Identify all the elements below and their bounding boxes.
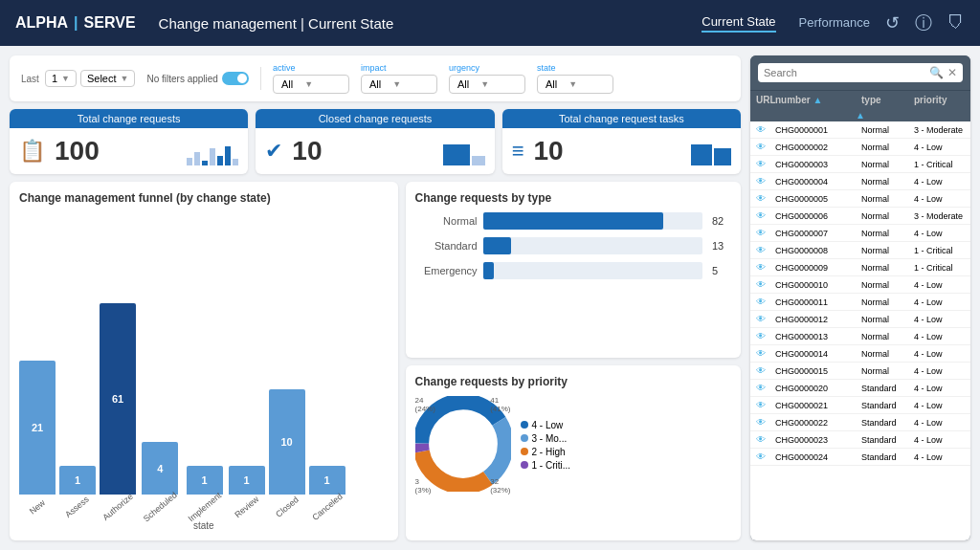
eye-icon[interactable]: 👁: [756, 124, 775, 135]
eye-icon[interactable]: 👁: [756, 451, 775, 462]
table-row: 👁 CHG0000004 Normal 4 - Low: [750, 173, 970, 190]
col-priority: priority: [914, 95, 970, 105]
row-number: CHG0000007: [775, 229, 861, 238]
eye-icon[interactable]: 👁: [756, 159, 775, 169]
eye-icon[interactable]: 👁: [756, 176, 775, 187]
metric-closed-requests-value: 10: [292, 136, 322, 166]
bar: [233, 159, 238, 165]
metric-total-requests: Total change requests 📋 100: [10, 109, 248, 174]
bar: [714, 148, 731, 165]
eye-icon[interactable]: 👁: [756, 417, 775, 428]
funnel-bar: 21: [19, 361, 56, 495]
eye-icon[interactable]: 👁: [756, 142, 775, 152]
row-type: Normal: [861, 280, 914, 290]
scroll-up-arrow[interactable]: ▲: [750, 109, 970, 121]
urgency-value: All: [457, 78, 469, 90]
search-box: 🔍 ✕: [758, 63, 963, 82]
metric-total-requests-header: Total change requests: [10, 109, 248, 128]
impact-select[interactable]: All ▼: [361, 75, 437, 94]
legend-dot-low: [521, 421, 528, 429]
eye-icon[interactable]: 👁: [756, 262, 775, 273]
filter-toggle[interactable]: [222, 72, 249, 85]
eye-icon[interactable]: 👁: [756, 383, 775, 393]
eye-icon[interactable]: 👁: [756, 228, 775, 238]
eye-icon[interactable]: 👁: [756, 434, 775, 445]
period-type-select[interactable]: Select ▼: [80, 70, 136, 87]
row-priority: 1 - Critical: [914, 246, 970, 255]
table-row: 👁 CHG0000021 Standard 4 - Low: [750, 397, 970, 414]
tab-current-state[interactable]: Current State: [702, 14, 775, 33]
funnel-bar-label: Closed: [274, 495, 301, 519]
table-row: 👁 CHG0000007 Normal 4 - Low: [750, 225, 970, 242]
table-row: 👁 CHG0000005 Normal 4 - Low: [750, 190, 970, 208]
bar: [210, 148, 215, 165]
row-number: CHG0000024: [775, 452, 861, 462]
state-filter: state All ▼: [537, 63, 613, 94]
tab-performance[interactable]: Performance: [799, 15, 870, 32]
row-type: Normal: [861, 194, 914, 204]
metric-closed-requests: Closed change requests ✔ 10: [256, 109, 494, 174]
by-type-title: Change requests by type: [415, 191, 731, 205]
row-number: CHG0000008: [775, 246, 861, 255]
row-priority: 4 - Low: [914, 315, 970, 324]
table-row: 👁 CHG0000003 Normal 1 - Critical: [750, 156, 970, 173]
label-tl: 24(24%): [415, 396, 435, 413]
table-row: 👁 CHG0000012 Normal 4 - Low: [750, 311, 970, 328]
table-row: 👁 CHG0000020 Standard 4 - Low: [750, 380, 970, 397]
row-priority: 4 - Low: [914, 384, 970, 393]
active-select[interactable]: All ▼: [273, 75, 349, 94]
bar: [187, 158, 192, 165]
impact-label: impact: [361, 63, 437, 73]
urgency-label: urgency: [449, 63, 525, 73]
row-number: CHG0000001: [775, 125, 861, 135]
urgency-select[interactable]: All ▼: [449, 75, 525, 94]
donut-wrapper: 24(24%) 41(41%): [415, 396, 511, 495]
row-number: CHG0000020: [775, 384, 861, 393]
bar: [225, 146, 231, 165]
eye-icon[interactable]: 👁: [756, 365, 775, 376]
row-number: CHG0000023: [775, 435, 861, 445]
eye-icon[interactable]: 👁: [756, 245, 775, 255]
eye-icon[interactable]: 👁: [756, 314, 775, 324]
main-content: Last 1 ▼ Select ▼ No filters applied act…: [0, 46, 980, 550]
no-filters-row: No filters applied: [146, 72, 248, 85]
eye-icon[interactable]: 👁: [756, 279, 775, 290]
row-number: CHG0000004: [775, 177, 861, 187]
bar: [443, 144, 470, 165]
row-number: CHG0000005: [775, 194, 861, 204]
row-type: Standard: [861, 435, 914, 445]
funnel-bar-label: Review: [233, 495, 260, 520]
period-value-select[interactable]: 1 ▼: [45, 70, 77, 87]
funnel-bar: 61: [100, 303, 136, 495]
close-icon[interactable]: ✕: [947, 66, 957, 79]
state-label: state: [537, 63, 613, 73]
eye-icon[interactable]: 👁: [756, 400, 775, 410]
filter-icon[interactable]: ⛉: [947, 13, 965, 33]
state-select[interactable]: All ▼: [537, 75, 613, 94]
row-number: CHG0000003: [775, 160, 861, 169]
metric-request-tasks-header: Total change request tasks: [502, 109, 741, 128]
funnel-chart-panel: Change management funnel (by change stat…: [10, 182, 398, 540]
eye-icon[interactable]: 👁: [756, 348, 775, 359]
donut-legend: 4 - Low 3 - Mo... 2 - High: [521, 420, 571, 471]
row-type: Normal: [861, 332, 914, 341]
table-row: 👁 CHG0000009 Normal 1 - Critical: [750, 259, 970, 276]
row-priority: 4 - Low: [914, 143, 970, 152]
refresh-icon[interactable]: ↺: [885, 12, 900, 33]
table-row: 👁 CHG0000011 Normal 4 - Low: [750, 294, 970, 311]
row-priority: 1 - Critical: [914, 160, 970, 169]
metric-total-requests-body: 📋 100: [10, 128, 248, 174]
hbar-track: [483, 237, 702, 254]
table-row: 👁 CHG0000024 Standard 4 - Low: [750, 449, 970, 466]
row-type: Standard: [861, 401, 914, 410]
info-icon[interactable]: ⓘ: [915, 11, 932, 34]
eye-icon[interactable]: 👁: [756, 210, 775, 221]
row-priority: 4 - Low: [914, 280, 970, 290]
period-value: 1: [52, 73, 57, 84]
table-row: 👁 CHG0000022 Standard 4 - Low: [750, 414, 970, 431]
row-priority: 3 - Moderate: [914, 211, 970, 221]
eye-icon[interactable]: 👁: [756, 297, 775, 307]
eye-icon[interactable]: 👁: [756, 331, 775, 341]
eye-icon[interactable]: 👁: [756, 193, 775, 204]
search-input[interactable]: [764, 67, 925, 78]
